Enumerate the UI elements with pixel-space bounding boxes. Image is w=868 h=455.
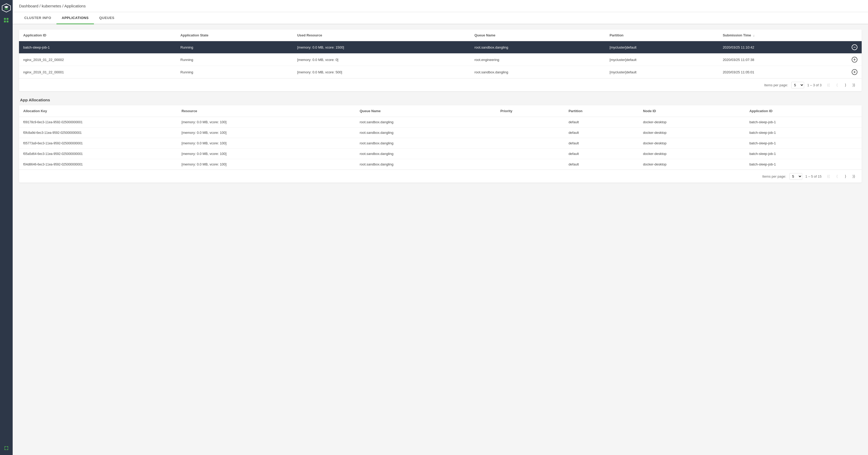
breadcrumb: Dashboard / kubernetes / Applications [19, 4, 86, 8]
alloc-col-queue: Queue Name [355, 105, 496, 117]
alloc-nodeid-cell: docker-desktop [639, 159, 745, 170]
col-header-used-resource: Used Resource [293, 30, 470, 41]
col-header-app-state: Application State [176, 30, 293, 41]
allocations-table-header: Allocation Key Resource Queue Name Prior… [19, 105, 862, 117]
alloc-key-cell: f05a5d64-6ec3-11ea-9592-025000000001 [19, 149, 177, 159]
applications-panel: Application ID Application State Used Re… [19, 30, 862, 91]
alloc-nodeid-cell: docker-desktop [639, 117, 745, 127]
page-range: 1 – 3 of 3 [807, 83, 822, 87]
applications-table-header: Application ID Application State Used Re… [19, 30, 862, 41]
applications-pagination: Items per page: 5 10 25 1 – 3 of 3 ⟨⟨ ⟨ … [19, 79, 862, 91]
app-queue-cell: root.sandbox.dangling [470, 66, 605, 79]
app-queue-cell: root.engineering [470, 54, 605, 66]
app-resource-cell: [memory: 0.0 MB, vcore: 0] [293, 54, 470, 66]
alloc-prev-page-btn[interactable]: ⟨ [833, 173, 841, 180]
applications-table-body: batch-sleep-job-1 Running [memory: 0.0 M… [19, 41, 862, 79]
alloc-resource-cell: [memory: 0.0 MB, vcore: 100] [177, 117, 355, 127]
tab-cluster-info[interactable]: CLUSTER INFO [19, 12, 57, 24]
sidebar-expand-icon[interactable] [4, 446, 9, 452]
per-page-select[interactable]: 5 10 25 [791, 82, 804, 88]
last-page-btn[interactable]: ⟩⟩ [850, 81, 858, 89]
table-row[interactable]: batch-sleep-job-1 Running [memory: 0.0 M… [19, 41, 862, 54]
app-action-cell: + [847, 54, 862, 66]
per-page-label: Items per page: [764, 83, 788, 87]
table-row[interactable]: f05a5d64-6ec3-11ea-9592-025000000001 [me… [19, 149, 862, 159]
col-header-submission-time[interactable]: Submission Time ↓ [718, 30, 847, 41]
alloc-queue-cell: root.sandbox.dangling [355, 138, 496, 149]
page-content: Application ID Application State Used Re… [13, 24, 868, 455]
app-time-cell: 2020/03/25 11:05:01 [718, 66, 847, 79]
alloc-first-page-btn[interactable]: ⟨⟨ [825, 173, 832, 180]
allocations-pagination: Items per page: 5 10 25 1 – 5 of 15 ⟨⟨ ⟨… [19, 170, 862, 183]
alloc-appid-cell: batch-sleep-job-1 [745, 159, 862, 170]
alloc-col-priority: Priority [496, 105, 564, 117]
alloc-priority-cell [496, 159, 564, 170]
applications-table: Application ID Application State Used Re… [19, 30, 862, 79]
tab-applications[interactable]: APPLICATIONS [57, 12, 94, 24]
expand-row-icon[interactable]: + [851, 57, 858, 63]
svg-rect-4 [7, 21, 8, 23]
table-row[interactable]: nginx_2019_01_22_00002 Running [memory: … [19, 54, 862, 66]
alloc-last-page-btn[interactable]: ⟩⟩ [850, 173, 858, 180]
collapse-icon[interactable]: − [851, 44, 858, 50]
table-row[interactable]: f04d8646-6ec3-11ea-9592-025000000001 [me… [19, 159, 862, 170]
alloc-priority-cell [496, 138, 564, 149]
alloc-page-range: 1 – 5 of 15 [805, 175, 822, 178]
svg-rect-1 [4, 18, 6, 20]
alloc-queue-cell: root.sandbox.dangling [355, 127, 496, 138]
allocations-section-title: App Allocations [19, 98, 862, 102]
sidebar [0, 0, 13, 455]
alloc-key-cell: f05773a9-6ec3-11ea-9592-025000000001 [19, 138, 177, 149]
alloc-nodeid-cell: docker-desktop [639, 149, 745, 159]
alloc-appid-cell: batch-sleep-job-1 [745, 117, 862, 127]
alloc-key-cell: f0fc8a9d-6ec3-11ea-9592-025000000001 [19, 127, 177, 138]
app-state-cell: Running [176, 54, 293, 66]
app-time-cell: 2020/03/25 11:07:38 [718, 54, 847, 66]
alloc-partition-cell: default [564, 127, 639, 138]
app-resource-cell: [memory: 0.0 MB, vcore: 500] [293, 66, 470, 79]
sort-icon: ↓ [753, 34, 754, 37]
grid-icon[interactable] [4, 18, 9, 24]
alloc-key-cell: f09178c9-6ec3-11ea-9592-025000000001 [19, 117, 177, 127]
alloc-resource-cell: [memory: 0.0 MB, vcore: 100] [177, 138, 355, 149]
col-header-action [847, 30, 862, 41]
alloc-partition-cell: default [564, 149, 639, 159]
table-row[interactable]: f05773a9-6ec3-11ea-9592-025000000001 [me… [19, 138, 862, 149]
app-queue-cell: root.sandbox.dangling [470, 41, 605, 54]
allocations-table-body: f09178c9-6ec3-11ea-9592-025000000001 [me… [19, 117, 862, 170]
table-row[interactable]: f09178c9-6ec3-11ea-9592-025000000001 [me… [19, 117, 862, 127]
alloc-priority-cell [496, 117, 564, 127]
alloc-resource-cell: [memory: 0.0 MB, vcore: 100] [177, 159, 355, 170]
alloc-priority-cell [496, 127, 564, 138]
alloc-nodeid-cell: docker-desktop [639, 127, 745, 138]
alloc-next-page-btn[interactable]: ⟩ [842, 173, 849, 180]
alloc-appid-cell: batch-sleep-job-1 [745, 149, 862, 159]
table-row[interactable]: nginx_2019_01_22_00001 Running [memory: … [19, 66, 862, 79]
alloc-key-cell: f04d8646-6ec3-11ea-9592-025000000001 [19, 159, 177, 170]
alloc-appid-cell: batch-sleep-job-1 [745, 127, 862, 138]
col-header-partition: Partition [606, 30, 719, 41]
col-header-queue-name: Queue Name [470, 30, 605, 41]
alloc-per-page-label: Items per page: [762, 175, 786, 178]
allocations-panel: Allocation Key Resource Queue Name Prior… [19, 105, 862, 183]
app-id-cell: batch-sleep-job-1 [19, 41, 176, 54]
first-page-btn[interactable]: ⟨⟨ [825, 81, 832, 89]
app-partition-cell: [mycluster]default [606, 41, 719, 54]
app-id-cell: nginx_2019_01_22_00002 [19, 54, 176, 66]
pagination-controls: ⟨⟨ ⟨ ⟩ ⟩⟩ [825, 81, 858, 89]
tab-queues[interactable]: QUEUES [94, 12, 120, 24]
expand-row-icon[interactable]: + [851, 69, 858, 75]
app-partition-cell: [mycluster]default [606, 54, 719, 66]
alloc-appid-cell: batch-sleep-job-1 [745, 138, 862, 149]
app-state-cell: Running [176, 41, 293, 54]
alloc-per-page-select[interactable]: 5 10 25 [789, 173, 802, 180]
alloc-col-resource: Resource [177, 105, 355, 117]
allocations-table: Allocation Key Resource Queue Name Prior… [19, 105, 862, 170]
svg-rect-3 [4, 21, 6, 23]
alloc-col-appid: Application ID [745, 105, 862, 117]
prev-page-btn[interactable]: ⟨ [833, 81, 841, 89]
table-row[interactable]: f0fc8a9d-6ec3-11ea-9592-025000000001 [me… [19, 127, 862, 138]
next-page-btn[interactable]: ⟩ [842, 81, 849, 89]
alloc-col-nodeid: Node ID [639, 105, 745, 117]
alloc-queue-cell: root.sandbox.dangling [355, 149, 496, 159]
